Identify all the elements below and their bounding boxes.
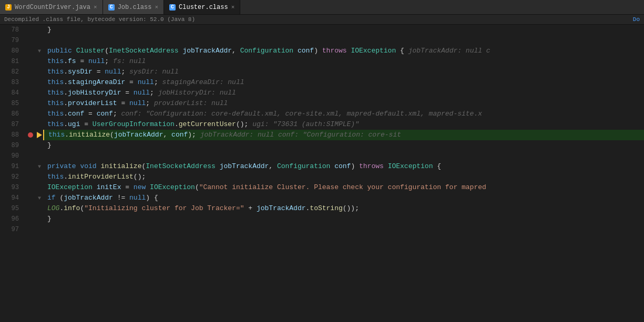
fold-gutter-column: ▼▼▼ [36,25,43,320]
token: ; [154,78,162,86]
token: null [88,57,105,65]
token [293,47,298,55]
code-content-92: this.initProviderList(); [47,172,644,182]
tab-job[interactable]: CJob.class× [103,0,164,14]
token: ( [110,131,114,139]
code-line-81: this.fs = null; fs: null [43,56,644,67]
line-number-84: 84 [0,88,19,98]
token: = [76,57,88,65]
line-number-87: 87 [0,119,19,130]
line-number-92: 92 [0,172,19,182]
token: providerList [68,99,117,107]
code-content-82: this.sysDir = null; sysDir: null [47,67,644,77]
fold-arrow-90 [36,151,43,161]
code-content-93: IOException initEx = new IOException("Ca… [47,182,644,193]
line-number-83: 83 [0,77,19,88]
token: = [117,99,129,107]
token: this [47,57,64,65]
token: conf [97,110,113,118]
token: } [47,141,52,149]
fold-arrow-88 [36,130,43,140]
code-area: 7879808182838485868788899091929394959697… [0,25,644,320]
token: null [105,68,121,76]
gutter-95 [25,203,36,214]
token: } [47,215,52,223]
token: this [47,120,64,128]
fold-arrow-87 [36,119,43,130]
fold-arrow-95 [36,203,43,214]
token: sysDir: null [129,68,179,76]
token: (); [134,173,146,181]
token: . [64,89,68,97]
gutter-90 [25,151,36,161]
token: conf: "Configuration: core-default.xml, … [121,110,482,118]
breakpoint-dot-88 [28,132,33,138]
token: . [64,68,68,76]
gutter-88 [25,130,36,140]
token: jobTrackAddr [182,47,232,55]
token [216,162,220,170]
code-line-89: } [43,140,644,151]
do-link[interactable]: Do [633,16,640,23]
fold-arrow-79 [36,35,43,46]
gutter-80 [25,46,36,56]
token: stagingAreaDir: null [162,78,244,86]
code-line-92: this.initProviderList(); [43,172,644,182]
info-bar: Decompiled .class file, bytecode version… [0,15,644,25]
token: Cluster [76,47,105,55]
token: = [80,120,92,128]
token: = [93,68,105,76]
token: IOException [150,183,195,191]
tab-wordcount[interactable]: JWordCountDriver.java× [0,0,103,14]
gutter-82 [25,67,36,77]
code-content-91: private void initialize(InetSocketAddres… [47,161,644,172]
line-number-93: 93 [0,182,19,193]
tab-cluster[interactable]: CCluster.class× [164,0,240,14]
code-line-90 [43,151,644,161]
fold-arrow-85 [36,98,43,109]
token: InetSocketAddress [109,47,179,55]
tab-label-job: Job.class [118,4,152,11]
fold-arrow-82 [36,67,43,77]
token: this [47,89,64,97]
tab-close-cluster[interactable]: × [231,4,235,11]
token: initialize [69,131,110,139]
token: "Cannot initialize Cluster. Please check… [199,183,486,191]
token: conf [334,162,351,170]
token: . [65,131,69,139]
line-number-82: 82 [0,67,19,77]
code-lines: } public Cluster(InetSocketAddress jobTr… [43,25,644,320]
code-content-81: this.fs = null; fs: null [47,56,644,67]
token: ugi [68,120,80,128]
token: stagingAreaDir [68,78,125,86]
fold-arrow-92 [36,172,43,182]
token: initEx [97,183,121,191]
fold-arrow-78 [36,25,43,35]
fold-arrow-84 [36,88,43,98]
token: initProviderList [68,173,134,181]
code-content-87: this.ugi = UserGroupInformation.getCurre… [47,119,644,130]
token: this [47,173,64,181]
token: (); [236,120,252,128]
token: sysDir [68,68,93,76]
code-content-85: this.providerList = null; providerList: … [47,98,644,109]
token: null [129,99,146,107]
code-line-86: this.conf = conf; conf: "Configuration: … [43,109,644,119]
line-number-85: 85 [0,98,19,109]
token: private [47,162,76,170]
code-content-88: this.initialize(jobTrackAddr, conf); job… [48,130,644,140]
tab-close-wordcount[interactable]: × [94,4,97,11]
token: jobTrackAddr [114,131,163,139]
token: LOG [47,204,59,212]
token: { [433,162,441,170]
token [72,47,76,55]
tab-close-job[interactable]: × [155,4,158,11]
code-line-79 [43,35,644,46]
code-line-78: } [43,25,644,35]
code-content-96: } [47,214,644,224]
gutter-94 [25,193,36,203]
token: = [121,183,133,191]
token: . [64,57,68,65]
code-line-82: this.sysDir = null; sysDir: null [43,67,644,77]
token: Configuration [240,47,293,55]
